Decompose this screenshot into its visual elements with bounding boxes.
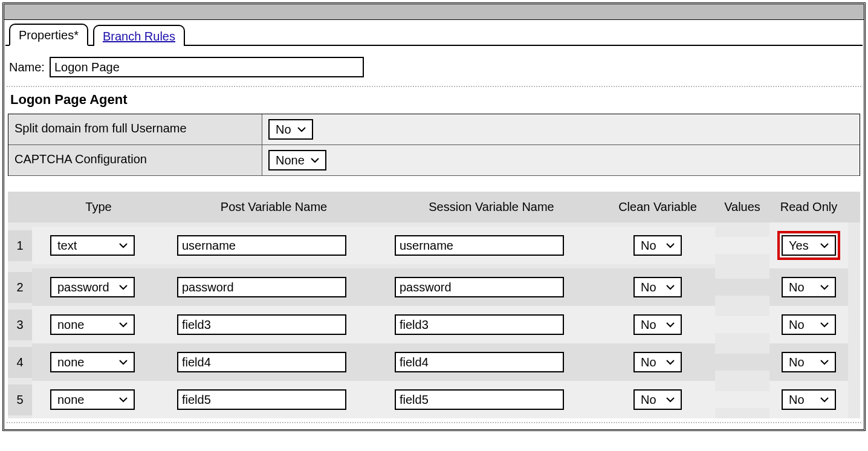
session-variable-input[interactable] (395, 277, 564, 297)
post-variable-input[interactable] (177, 277, 346, 297)
chevron-down-icon (119, 360, 128, 365)
chevron-down-icon (119, 285, 128, 290)
select-value: No (789, 281, 805, 294)
select-value: No (641, 355, 656, 369)
readonly-select[interactable]: No (782, 314, 836, 335)
chevron-down-icon (820, 285, 829, 290)
select-value: none (57, 393, 85, 407)
fields-table: Type Post Variable Name Session Variable… (8, 192, 860, 418)
type-select[interactable]: none (50, 352, 135, 372)
col-values: Values (715, 192, 769, 222)
values-cell (715, 237, 769, 254)
select-value: No (641, 239, 656, 253)
select-value: None (276, 154, 305, 167)
select-value: Yes (789, 239, 809, 253)
name-label: Name: (9, 60, 45, 74)
select-value: No (789, 355, 805, 369)
row-index: 2 (8, 272, 32, 303)
chevron-down-icon (297, 127, 306, 132)
readonly-select[interactable]: No (782, 389, 836, 410)
col-session: Session Variable Name (383, 192, 600, 222)
select-value: No (641, 281, 656, 294)
clean-variable-select[interactable]: No (633, 352, 682, 372)
chevron-down-icon (666, 322, 675, 328)
row-index: 5 (8, 384, 32, 415)
row-index: 1 (8, 230, 32, 261)
type-select[interactable]: none (50, 314, 135, 335)
select-value: password (57, 281, 109, 294)
tab-strip: Properties* Branch Rules (5, 22, 863, 46)
chevron-down-icon (820, 243, 829, 248)
clean-variable-select[interactable]: No (633, 235, 682, 256)
col-readonly: Read Only (769, 192, 848, 222)
chevron-down-icon (666, 243, 675, 248)
titlebar (4, 4, 864, 20)
tab-properties[interactable]: Properties* (9, 24, 88, 46)
tab-label: Branch Rules (103, 30, 175, 43)
table-row: 1textNoYes (8, 222, 860, 268)
tab-branch-rules[interactable]: Branch Rules (93, 25, 185, 46)
chevron-down-icon (119, 243, 128, 248)
select-value: No (789, 318, 805, 332)
select-value: none (57, 355, 85, 369)
chevron-down-icon (119, 397, 128, 403)
split-domain-label: Split domain from full Username (8, 114, 262, 144)
values-cell (715, 391, 769, 408)
table-row: 5noneNoNo (8, 381, 860, 418)
select-value: No (789, 393, 805, 407)
captcha-label: CAPTCHA Configuration (8, 145, 262, 175)
chevron-down-icon (666, 285, 675, 290)
col-clean: Clean Variable (600, 192, 715, 222)
col-type: Type (32, 192, 165, 222)
readonly-select[interactable]: Yes (782, 235, 836, 256)
settings-grid: Split domain from full Username No CAPTC… (8, 114, 860, 176)
tab-label: Properties* (19, 28, 79, 42)
session-variable-input[interactable] (395, 389, 564, 410)
type-select[interactable]: none (50, 389, 135, 410)
select-value: none (57, 318, 85, 332)
chevron-down-icon (820, 360, 829, 365)
type-select[interactable]: text (50, 235, 135, 256)
type-select[interactable]: password (50, 277, 135, 297)
divider (7, 422, 861, 423)
row-index: 3 (8, 310, 32, 340)
clean-variable-select[interactable]: No (633, 314, 682, 335)
values-cell (715, 316, 769, 333)
table-row: 4noneNoNo (8, 343, 860, 381)
chevron-down-icon (311, 158, 319, 163)
table-row: 2passwordNoNo (8, 268, 860, 306)
session-variable-input[interactable] (395, 314, 564, 335)
chevron-down-icon (119, 322, 128, 328)
post-variable-input[interactable] (177, 314, 346, 335)
select-value: text (57, 239, 77, 253)
readonly-select[interactable]: No (782, 277, 836, 297)
clean-variable-select[interactable]: No (633, 389, 682, 410)
name-input[interactable] (50, 57, 364, 77)
post-variable-input[interactable] (177, 389, 346, 410)
col-post: Post Variable Name (165, 192, 383, 222)
session-variable-input[interactable] (395, 235, 564, 256)
name-row: Name: (5, 46, 863, 86)
select-value: No (641, 393, 656, 407)
chevron-down-icon (666, 397, 675, 403)
col-idx (8, 199, 32, 216)
clean-variable-select[interactable]: No (633, 277, 682, 297)
readonly-select[interactable]: No (782, 352, 836, 372)
captcha-select[interactable]: None (268, 150, 326, 170)
readonly-highlight: Yes (777, 231, 840, 260)
session-variable-input[interactable] (395, 352, 564, 372)
values-cell (715, 279, 769, 296)
row-index: 4 (8, 347, 32, 378)
post-variable-input[interactable] (177, 235, 346, 256)
post-variable-input[interactable] (177, 352, 346, 372)
select-value: No (641, 318, 656, 332)
chevron-down-icon (820, 322, 829, 328)
values-cell (715, 354, 769, 371)
table-header-row: Type Post Variable Name Session Variable… (8, 192, 860, 222)
chevron-down-icon (666, 360, 675, 365)
select-value: No (276, 123, 291, 137)
section-title: Logon Page Agent (5, 87, 863, 114)
window-frame: Properties* Branch Rules Name: Logon Pag… (2, 2, 866, 431)
split-domain-select[interactable]: No (268, 119, 313, 140)
chevron-down-icon (820, 397, 829, 403)
